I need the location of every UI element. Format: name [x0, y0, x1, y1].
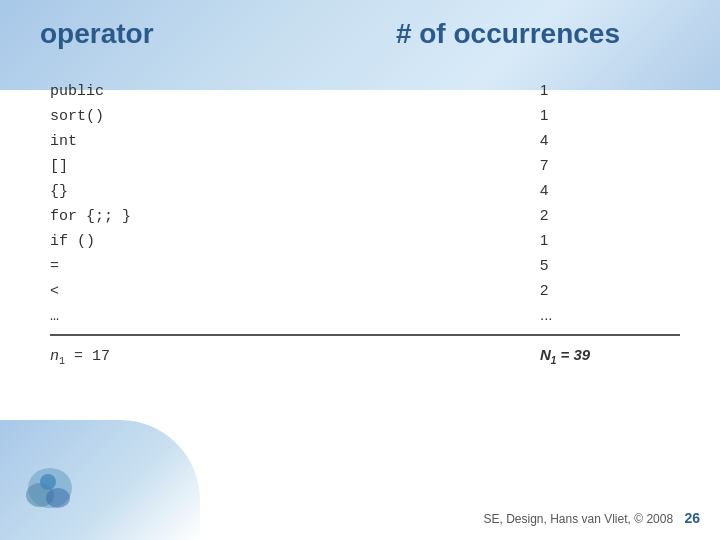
table-row: int4 [50, 128, 680, 153]
operator-cell: = [50, 258, 270, 275]
operator-cell: int [50, 133, 270, 150]
header-operator: operator [40, 18, 154, 50]
table-row: {}4 [50, 178, 680, 203]
total-count: N1 = 39 [540, 346, 620, 366]
footer: SE, Design, Hans van Vliet, © 2008 26 [483, 510, 700, 526]
operator-cell: for {;; } [50, 208, 270, 225]
count-cell: 2 [540, 281, 620, 298]
count-cell: 1 [540, 81, 620, 98]
table-divider [50, 334, 680, 336]
count-cell: ... [540, 306, 620, 323]
table-row: for {;; }2 [50, 203, 680, 228]
count-cell: 4 [540, 131, 620, 148]
count-cell: 5 [540, 256, 620, 273]
count-cell: 1 [540, 231, 620, 248]
operator-cell: [] [50, 158, 270, 175]
footer-text: SE, Design, Hans van Vliet, © 2008 [483, 512, 673, 526]
table-row: <2 [50, 278, 680, 303]
table-row: …... [50, 303, 680, 328]
logo-area [20, 460, 100, 530]
count-cell: 7 [540, 156, 620, 173]
header-occurrences: # of occurrences [396, 18, 620, 50]
count-cell: 2 [540, 206, 620, 223]
table-row: =5 [50, 253, 680, 278]
count-cell: 1 [540, 106, 620, 123]
main-content: operator # of occurrences public1sort()1… [0, 0, 720, 391]
total-row: n1 = 17N1 = 39 [50, 342, 680, 371]
table-area: public1sort()1int4[]7{}4for {;; }2if ()1… [40, 78, 680, 371]
table-row: if ()1 [50, 228, 680, 253]
operator-cell: {} [50, 183, 270, 200]
operator-cell: < [50, 283, 270, 300]
count-cell: 4 [540, 181, 620, 198]
operator-cell: … [50, 308, 270, 325]
header-row: operator # of occurrences [40, 18, 680, 50]
operator-cell: sort() [50, 108, 270, 125]
svg-point-3 [40, 474, 56, 490]
total-operator: n1 = 17 [50, 348, 270, 367]
operator-cell: public [50, 83, 270, 100]
page-number: 26 [684, 510, 700, 526]
table-row: public1 [50, 78, 680, 103]
operator-cell: if () [50, 233, 270, 250]
table-row: sort()1 [50, 103, 680, 128]
svg-point-2 [46, 488, 70, 508]
table-row: []7 [50, 153, 680, 178]
